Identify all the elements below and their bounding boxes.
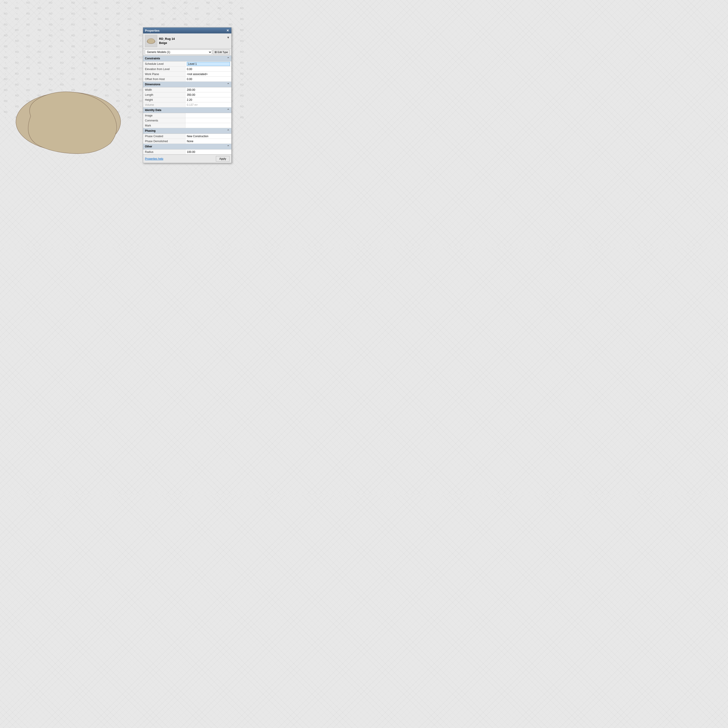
table-row: Radius100.00 xyxy=(143,150,231,154)
property-value[interactable]: 200.00 xyxy=(185,87,231,92)
panel-close-button[interactable]: ✕ xyxy=(226,29,229,32)
table-row: Width200.00 xyxy=(143,87,231,92)
property-value xyxy=(185,113,231,118)
apply-button[interactable]: Apply xyxy=(216,156,229,162)
panel-title: Properties xyxy=(145,29,159,32)
property-label: Volume xyxy=(143,102,185,107)
section-header-constraints[interactable]: Constraints ⌃ xyxy=(143,56,231,61)
property-label: Schedule Level xyxy=(143,61,185,66)
section-collapse-icon: ⌃ xyxy=(227,83,229,86)
property-value[interactable]: 350.00 xyxy=(185,92,231,97)
edit-type-icon: ⊞ xyxy=(214,50,217,54)
section-header-other[interactable]: Other ⌃ xyxy=(143,144,231,150)
table-row: Height2.20 xyxy=(143,97,231,102)
property-value-input[interactable] xyxy=(187,62,230,66)
panel-footer: Properties help Apply xyxy=(143,154,231,163)
table-row: Mark xyxy=(143,123,231,128)
property-label: Elevation from Level xyxy=(143,67,185,72)
property-label: Mark xyxy=(143,123,185,128)
property-value xyxy=(185,118,231,123)
properties-panel: Properties ✕ RD_Rug 14 Beige ▾ Generic M… xyxy=(143,27,232,163)
property-value xyxy=(185,123,231,128)
property-value[interactable]: 2.20 xyxy=(185,97,231,102)
section-label: Dimensions xyxy=(145,83,161,86)
section-label: Identity Data xyxy=(145,109,161,112)
object-thumbnail xyxy=(145,35,157,47)
type-selector-row: Generic Models (1) ⊞ Edit Type xyxy=(143,49,231,56)
property-value[interactable]: New Construction xyxy=(185,134,231,139)
type-dropdown[interactable]: Generic Models (1) xyxy=(145,50,212,55)
property-label: Height xyxy=(143,97,185,102)
table-row: Volume0.137 m3 xyxy=(143,102,231,107)
property-value[interactable]: 0.137 m3 xyxy=(185,102,231,107)
property-value[interactable]: <not associated> xyxy=(185,72,231,76)
property-label: Work Plane xyxy=(143,72,185,76)
properties-help-link[interactable]: Properties help xyxy=(145,157,163,161)
header-dropdown-arrow[interactable]: ▾ xyxy=(227,35,229,40)
section-header-identity-data[interactable]: Identity Data ⌃ xyxy=(143,107,231,113)
table-row: Comments xyxy=(143,118,231,123)
property-label: Phase Demolished xyxy=(143,139,185,144)
object-model-name: RD_Rug 14 Beige xyxy=(159,37,225,45)
property-label: Image xyxy=(143,113,185,118)
property-label: Offset from Host xyxy=(143,76,185,81)
section-collapse-icon: ⌃ xyxy=(227,108,229,112)
property-value[interactable]: None xyxy=(185,139,231,144)
table-row: Image xyxy=(143,113,231,118)
section-header-dimensions[interactable]: Dimensions ⌃ xyxy=(143,82,231,87)
table-row: Offset from Host0.00 xyxy=(143,76,231,82)
property-value[interactable]: 100.00 xyxy=(185,150,231,154)
table-row: Phase DemolishedNone xyxy=(143,139,231,144)
property-label: Radius xyxy=(143,150,185,154)
section-label: Constraints xyxy=(145,57,160,60)
section-collapse-icon: ⌃ xyxy=(227,129,229,133)
property-label: Width xyxy=(143,87,185,92)
property-value[interactable]: 0.00 xyxy=(185,76,231,81)
section-collapse-icon: ⌃ xyxy=(227,57,229,60)
table-row: Phase CreatedNew Construction xyxy=(143,134,231,139)
property-label: Phase Created xyxy=(143,134,185,139)
property-value[interactable] xyxy=(185,61,231,66)
property-label: Length xyxy=(143,92,185,97)
rug-object xyxy=(12,86,124,157)
property-label: Comments xyxy=(143,118,185,123)
property-value[interactable]: 0.00 xyxy=(185,67,231,72)
edit-type-button[interactable]: ⊞ Edit Type xyxy=(213,50,229,55)
table-row: Schedule Level xyxy=(143,61,231,67)
section-collapse-icon: ⌃ xyxy=(227,145,229,148)
table-row: Work Plane<not associated> xyxy=(143,72,231,76)
panel-object-header: RD_Rug 14 Beige ▾ xyxy=(143,34,231,49)
properties-table: Constraints ⌃Schedule LevelElevation fro… xyxy=(143,56,231,154)
section-header-phasing[interactable]: Phasing ⌃ xyxy=(143,128,231,134)
section-label: Other xyxy=(145,145,152,148)
panel-titlebar: Properties ✕ xyxy=(143,28,231,34)
table-row: Elevation from Level0.00 xyxy=(143,67,231,72)
table-row: Length350.00 xyxy=(143,92,231,97)
section-label: Phasing xyxy=(145,129,156,132)
